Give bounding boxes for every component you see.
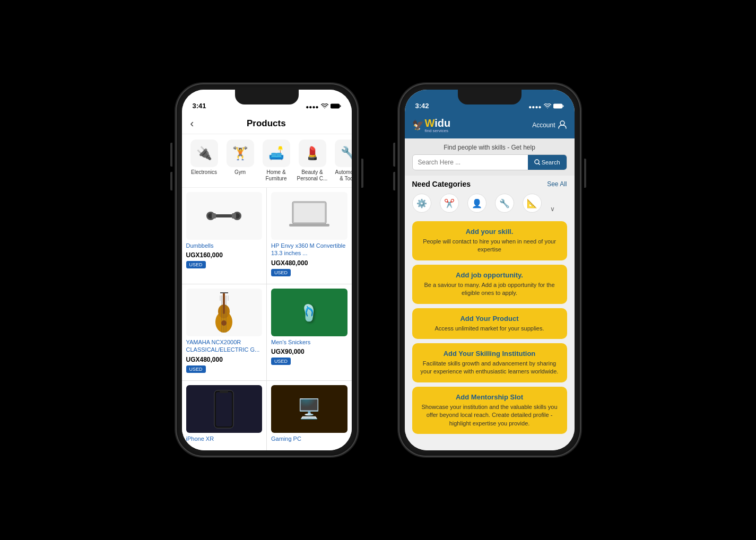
widu-logo: 🦅 Widu find services: [412, 117, 451, 133]
dumbbell-image: [186, 192, 263, 240]
iphone-image: [186, 385, 263, 433]
svg-rect-0: [331, 104, 340, 108]
cat-icon-4[interactable]: 🔧: [495, 194, 514, 213]
guitar-badge: USED: [186, 365, 206, 373]
svg-rect-4: [215, 214, 233, 217]
search-tagline: Find people with skills - Get help: [412, 144, 567, 151]
widu-logo-sub: find services: [425, 128, 451, 133]
account-label: Account: [532, 121, 555, 129]
signal-icon-p2: ●●●●: [528, 104, 541, 110]
expand-icon[interactable]: ∨: [550, 205, 555, 213]
battery-icon-p2: [553, 103, 564, 110]
widu-logo-icon: 🦅: [412, 119, 424, 131]
see-all-link[interactable]: See All: [547, 180, 567, 188]
svg-rect-8: [232, 213, 236, 219]
svg-point-27: [560, 121, 564, 125]
card-add-skill[interactable]: Add your skill. People will contact to h…: [412, 221, 567, 260]
home-icon: 🛋️: [263, 140, 290, 167]
phone1: 3:41 ●●●● ‹ Products 🔌 Elec: [177, 84, 357, 456]
back-button[interactable]: ‹: [190, 117, 194, 129]
category-electronics[interactable]: 🔌 Electronics: [188, 140, 220, 182]
iphone-name: iPhone XR: [186, 435, 263, 442]
sandal-price: UGX90,000: [271, 348, 347, 355]
card-job-desc: Be a saviour to many. Add a job opportun…: [420, 281, 560, 298]
gym-label: Gym: [234, 169, 246, 176]
product-iphone[interactable]: iPhone XR: [182, 381, 267, 450]
category-gym[interactable]: 🏋️ Gym: [224, 140, 256, 182]
widu-logo-text: Widu: [425, 117, 451, 129]
search-area: Find people with skills - Get help Searc…: [405, 138, 575, 176]
svg-rect-26: [562, 106, 563, 107]
notch-phone2: [458, 90, 522, 104]
status-icons-phone2: ●●●●: [528, 103, 563, 110]
card-add-job[interactable]: Add job opportunity. Be a saviour to man…: [412, 265, 567, 304]
beauty-icon: 💄: [299, 140, 326, 167]
product-laptop[interactable]: HP Envy x360 M Convertible 13.3 inches .…: [267, 188, 352, 284]
cat-icon-2[interactable]: ✂️: [440, 194, 459, 213]
auto-label: Automotive & Tools: [335, 169, 351, 182]
dumbbell-price: UGX160,000: [186, 251, 263, 259]
search-input[interactable]: [413, 155, 528, 170]
electronics-label: Electronics: [191, 169, 217, 176]
cat-icon-5[interactable]: 📐: [523, 194, 542, 213]
notch: [235, 90, 299, 104]
svg-line-29: [538, 163, 540, 165]
phone2: 3:42 ●●●● 🦅 Widu: [399, 84, 580, 456]
product-dumbbells[interactable]: Dumbbells UGX160,000 USED: [182, 188, 267, 284]
product-pc[interactable]: 🖥️ Gaming PC: [267, 381, 352, 450]
category-auto[interactable]: 🔧 Automotive & Tools: [333, 140, 352, 182]
laptop-name: HP Envy x360 M Convertible 13.3 inches .…: [271, 242, 347, 257]
card-product-desc: Access unlimited market for your supplie…: [420, 325, 560, 333]
need-categories-title: Need Categories: [412, 180, 471, 188]
products-grid: Dumbbells UGX160,000 USED HP Envy x360 M…: [182, 188, 352, 450]
signal-icon: ●●●●: [306, 104, 318, 110]
screen-content-phone1: ‹ Products 🔌 Electronics 🏋️ Gym 🛋️ Home …: [182, 113, 352, 450]
dumbbell-badge: USED: [186, 261, 206, 268]
laptop-price: UGX480,000: [271, 259, 347, 267]
guitar-name: YAMAHA NCX2000R CLASSICAL/ELECTRIC G...: [186, 338, 263, 354]
search-button[interactable]: Search: [528, 155, 567, 170]
widu-header: 🦅 Widu find services Account: [405, 113, 575, 138]
account-icon: [558, 120, 567, 131]
card-add-institution[interactable]: Add Your Skilling Institution Facilitate…: [412, 343, 567, 382]
guitar-image: [186, 289, 263, 336]
card-product-title: Add Your Product: [420, 315, 560, 323]
sandal-image: 🩴: [271, 289, 347, 336]
products-header: ‹ Products: [182, 113, 352, 134]
home-label: Home & Furniture: [265, 169, 286, 182]
widu-cards-area: Add your skill. People will contact to h…: [405, 217, 575, 450]
pc-image: 🖥️: [271, 385, 347, 433]
products-title: Products: [200, 118, 332, 129]
card-institution-desc: Facilitate skills growth and advancement…: [420, 360, 560, 376]
product-sandals[interactable]: 🩴 Men's Snickers UGX90,000 USED: [267, 284, 352, 380]
card-add-product[interactable]: Add Your Product Access unlimited market…: [412, 308, 567, 339]
account-button[interactable]: Account: [532, 120, 567, 131]
search-row: Search: [412, 154, 567, 170]
sandal-badge: USED: [271, 358, 291, 365]
category-home[interactable]: 🛋️ Home & Furniture: [260, 140, 292, 182]
sandal-name: Men's Snickers: [271, 338, 347, 346]
laptop-image: [271, 192, 347, 240]
status-icons-phone1: ●●●●: [306, 103, 341, 110]
cat-icon-1[interactable]: ⚙️: [412, 194, 431, 213]
card-add-mentorship[interactable]: Add Mentorship Slot Showcase your instit…: [412, 387, 567, 434]
card-mentorship-title: Add Mentorship Slot: [420, 393, 560, 401]
need-categories-header: Need Categories See All: [405, 176, 575, 190]
categories-scroll[interactable]: 🔌 Electronics 🏋️ Gym 🛋️ Home & Furniture…: [182, 134, 352, 188]
card-job-title: Add job opportunity.: [420, 271, 560, 279]
status-time-phone2: 3:42: [415, 102, 429, 110]
svg-rect-24: [220, 390, 228, 393]
status-time-phone1: 3:41: [193, 102, 206, 110]
pc-name: Gaming PC: [271, 435, 347, 442]
laptop-badge: USED: [271, 269, 291, 276]
gym-icon: 🏋️: [227, 140, 254, 167]
electronics-icon: 🔌: [190, 140, 218, 167]
product-guitar[interactable]: YAMAHA NCX2000R CLASSICAL/ELECTRIC G... …: [182, 284, 267, 380]
category-beauty[interactable]: 💄 Beauty & Personal C...: [297, 140, 328, 182]
auto-icon: 🔧: [335, 140, 352, 167]
svg-rect-23: [216, 392, 232, 426]
svg-rect-25: [553, 104, 562, 108]
screen-content-phone2: 🦅 Widu find services Account: [405, 113, 575, 450]
search-button-label: Search: [542, 159, 560, 166]
cat-icon-3[interactable]: 👤: [467, 194, 486, 213]
